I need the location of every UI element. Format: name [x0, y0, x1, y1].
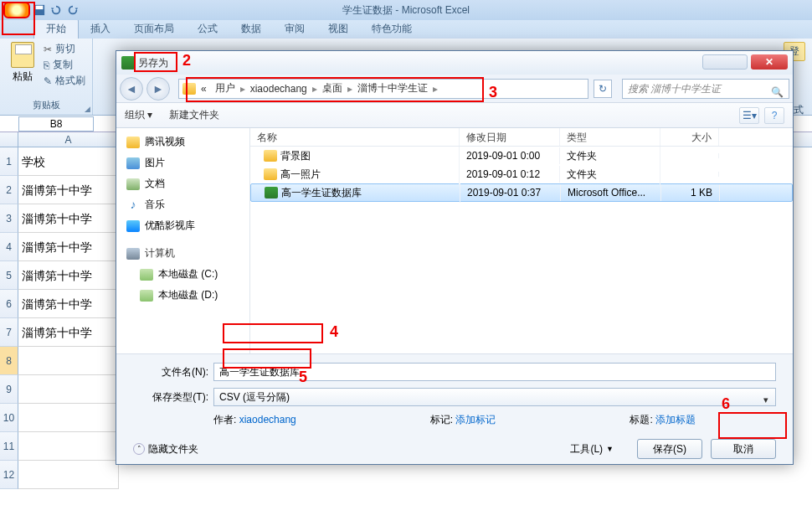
col-type[interactable]: 类型 — [560, 128, 660, 146]
nav-back-button[interactable]: ◄ — [120, 77, 143, 101]
cell[interactable] — [18, 375, 119, 404]
view-button[interactable]: ☰▾ — [739, 107, 759, 124]
annotation-6: 6 — [722, 395, 730, 413]
row-header[interactable]: 11 — [0, 432, 18, 461]
document-icon — [126, 178, 140, 190]
col-header-a[interactable]: A — [18, 132, 119, 147]
dialog-close-button[interactable]: ✕ — [751, 54, 788, 70]
sidebar-item-youku[interactable]: 优酷影视库 — [116, 215, 249, 236]
row-header[interactable]: 8 — [0, 347, 18, 375]
sidebar-disk-c[interactable]: 本地磁盘 (C:) — [116, 264, 249, 285]
filetype-select[interactable]: CSV (逗号分隔) — [213, 388, 776, 406]
paste-button[interactable]: 粘贴 — [7, 42, 39, 84]
select-all-corner[interactable] — [0, 132, 18, 147]
ribbon-tabs: 开始 插入 页面布局 公式 数据 审阅 视图 特色功能 — [0, 20, 812, 39]
new-folder-button[interactable]: 新建文件夹 — [169, 108, 219, 122]
file-row[interactable]: 高一照片2019-09-01 0:12文件夹 — [250, 165, 793, 183]
file-row[interactable]: 背景图2019-09-01 0:00文件夹 — [250, 147, 793, 165]
chevron-up-icon: ˄ — [133, 443, 145, 455]
row-header[interactable]: 12 — [0, 461, 18, 489]
sidebar-disk-d[interactable]: 本地磁盘 (D:) — [116, 285, 249, 306]
tags-value[interactable]: 添加标记 — [455, 414, 496, 425]
youku-icon — [126, 220, 140, 232]
title-label: 标题: — [630, 414, 652, 425]
search-input[interactable]: 搜索 淄博十中学生证🔍 — [622, 79, 789, 99]
col-name[interactable]: 名称 — [250, 128, 460, 146]
copy-button[interactable]: ⎘复制 — [44, 58, 85, 72]
file-row[interactable]: 高一学生证数据库2019-09-01 0:37Microsoft Office.… — [250, 183, 793, 202]
tab-home[interactable]: 开始 — [33, 18, 79, 39]
row-header[interactable]: 7 — [0, 318, 18, 347]
organize-button[interactable]: 组织 ▾ — [125, 108, 152, 122]
search-icon: 🔍 — [771, 83, 784, 101]
picture-icon — [126, 157, 140, 169]
tab-data[interactable]: 数据 — [229, 19, 273, 39]
help-button[interactable]: ? — [764, 107, 784, 124]
dialog-min-max[interactable] — [702, 54, 748, 70]
undo-icon[interactable] — [50, 4, 62, 16]
cell[interactable]: 淄博第十中学 — [18, 176, 119, 204]
nav-forward-button[interactable]: ► — [146, 77, 170, 101]
sidebar-item-tencent[interactable]: 腾讯视频 — [116, 132, 249, 152]
cell[interactable] — [18, 432, 119, 461]
cut-button[interactable]: ✂剪切 — [44, 42, 85, 56]
dialog-launcher-icon[interactable]: ◢ — [85, 105, 90, 113]
annotation-box-6 — [718, 412, 787, 439]
row-header[interactable]: 2 — [0, 176, 18, 204]
cell[interactable]: 淄博第十中学 — [18, 290, 119, 318]
scissors-icon: ✂ — [44, 44, 52, 55]
cell[interactable]: 淄博第十中学 — [18, 204, 119, 233]
hide-folders-toggle[interactable]: ˄隐藏文件夹 — [133, 442, 198, 456]
save-button[interactable]: 保存(S) — [637, 439, 702, 459]
brush-icon: ✎ — [44, 75, 52, 87]
copy-icon: ⎘ — [44, 59, 49, 71]
row-header[interactable]: 4 — [0, 233, 18, 261]
name-box[interactable] — [18, 116, 94, 132]
file-list: 名称 修改日期 类型 大小 背景图2019-09-01 0:00文件夹高一照片2… — [250, 128, 793, 353]
row-header[interactable]: 5 — [0, 261, 18, 290]
refresh-button[interactable]: ↻ — [594, 80, 612, 98]
save-icon[interactable] — [33, 4, 45, 16]
sidebar-item-music[interactable]: ♪音乐 — [116, 194, 249, 215]
redo-icon[interactable] — [67, 4, 79, 16]
folder-icon — [126, 137, 140, 148]
dialog-bottom: 文件名(N): 高一学生证数据库 保存类型(T): CSV (逗号分隔) 作者:… — [116, 353, 793, 464]
annotation-4: 4 — [330, 323, 338, 341]
cell[interactable] — [18, 404, 119, 432]
cell[interactable] — [18, 347, 119, 375]
format-painter-button[interactable]: ✎格式刷 — [44, 74, 85, 88]
cell[interactable]: 学校 — [18, 147, 119, 176]
row-header[interactable]: 3 — [0, 204, 18, 233]
tab-special[interactable]: 特色功能 — [360, 19, 424, 39]
excel-file-icon — [265, 187, 278, 199]
filename-label: 文件名(N): — [133, 365, 208, 379]
cell[interactable] — [18, 461, 119, 489]
row-header[interactable]: 6 — [0, 290, 18, 318]
computer-icon — [126, 248, 140, 260]
tab-review[interactable]: 审阅 — [273, 19, 316, 39]
title-value[interactable]: 添加标题 — [655, 414, 696, 425]
tab-page-layout[interactable]: 页面布局 — [122, 19, 186, 39]
cell[interactable]: 淄博第十中学 — [18, 318, 119, 347]
author-value[interactable]: xiaodechang — [239, 414, 296, 425]
cell[interactable]: 淄博第十中学 — [18, 233, 119, 261]
cancel-button[interactable]: 取消 — [711, 439, 776, 459]
col-date[interactable]: 修改日期 — [460, 128, 560, 146]
sidebar-computer[interactable]: 计算机 — [116, 243, 249, 264]
author-label: 作者: — [213, 414, 236, 425]
tab-insert[interactable]: 插入 — [79, 19, 122, 39]
tools-button[interactable]: 工具(L) ▼ — [570, 442, 614, 456]
clipboard-group-label: 剪贴板 — [33, 99, 60, 111]
sidebar-item-documents[interactable]: 文档 — [116, 173, 249, 194]
sidebar-item-pictures[interactable]: 图片 — [116, 152, 249, 173]
row-header[interactable]: 9 — [0, 375, 18, 404]
clipboard-group: 粘贴 ✂剪切 ⎘复制 ✎格式刷 剪贴板 ◢ — [0, 39, 93, 115]
row-header[interactable]: 1 — [0, 147, 18, 176]
dialog-sidebar: 腾讯视频 图片 文档 ♪音乐 优酷影视库 计算机 本地磁盘 (C:) 本地磁盘 … — [116, 128, 250, 353]
cell[interactable]: 淄博第十中学 — [18, 261, 119, 290]
tab-view[interactable]: 视图 — [316, 19, 360, 39]
row-header[interactable]: 10 — [0, 404, 18, 432]
tab-formulas[interactable]: 公式 — [186, 19, 229, 39]
annotation-box-4 — [223, 323, 323, 343]
col-size[interactable]: 大小 — [660, 128, 719, 146]
